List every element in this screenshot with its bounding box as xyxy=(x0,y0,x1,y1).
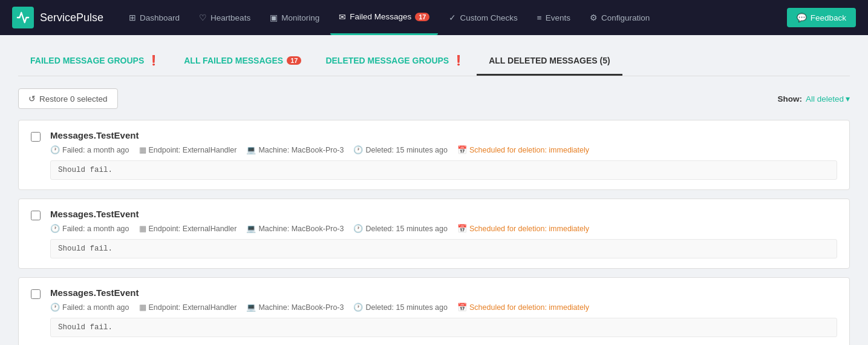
message-meta-2: 🕐 Failed: a month ago ▦ Endpoint: Extern… xyxy=(50,224,837,233)
nav-failed-messages[interactable]: ✉ Failed Messages 17 xyxy=(330,0,438,35)
filter-dropdown[interactable]: All deleted ▾ xyxy=(806,94,850,104)
chevron-down-icon: ▾ xyxy=(846,94,850,104)
tab-all-failed-badge: 17 xyxy=(287,56,301,65)
deleted-time-1: 🕐 Deleted: 15 minutes ago xyxy=(353,145,448,154)
endpoint-icon: ▦ xyxy=(139,303,146,312)
endpoint-1: ▦ Endpoint: ExternalHandler xyxy=(139,145,237,154)
message-meta-3: 🕐 Failed: a month ago ▦ Endpoint: Extern… xyxy=(50,303,837,312)
scheduled-1: 📅 Scheduled for deletion: immediately xyxy=(457,145,589,154)
delete-clock-icon: 🕐 xyxy=(353,145,363,154)
machine-3: 💻 Machine: MacBook-Pro-3 xyxy=(246,303,344,312)
message-title-1: Messages.TestEvent xyxy=(50,130,837,140)
endpoint-2: ▦ Endpoint: ExternalHandler xyxy=(139,224,237,233)
tab-all-failed-messages[interactable]: ALL FAILED MESSAGES 17 xyxy=(172,48,313,76)
error-box-3: Should fail. xyxy=(50,318,837,337)
message-checkbox-1[interactable] xyxy=(31,132,41,142)
nav-heartbeats[interactable]: ♡ Heartbeats xyxy=(191,0,259,35)
deleted-time-2: 🕐 Deleted: 15 minutes ago xyxy=(353,224,448,233)
nav-events[interactable]: ≡ Events xyxy=(529,0,579,35)
failed-time-1: 🕐 Failed: a month ago xyxy=(50,145,129,154)
tabs-row: FAILED MESSAGE GROUPS ❗ ALL FAILED MESSA… xyxy=(18,47,850,76)
calendar-icon: 📅 xyxy=(457,145,467,154)
tab-deleted-groups-exclaim: ❗ xyxy=(452,54,465,66)
message-checkbox-3[interactable] xyxy=(31,289,41,299)
tab-all-deleted-messages[interactable]: ALL DELETED MESSAGES (5) xyxy=(477,48,622,76)
endpoint-icon: ▦ xyxy=(139,224,146,233)
clock-icon: 🕐 xyxy=(50,303,60,312)
message-title-3: Messages.TestEvent xyxy=(50,288,837,298)
brand: ServicePulse xyxy=(12,7,103,28)
mail-icon: ✉ xyxy=(339,12,346,22)
machine-icon: 💻 xyxy=(246,145,256,154)
tab-failed-groups-exclaim: ❗ xyxy=(148,54,160,66)
main-content: FAILED MESSAGE GROUPS ❗ ALL FAILED MESSA… xyxy=(0,35,868,345)
monitor-icon: ▣ xyxy=(270,13,278,22)
machine-1: 💻 Machine: MacBook-Pro-3 xyxy=(246,145,344,154)
message-body-2: Messages.TestEvent 🕐 Failed: a month ago… xyxy=(50,209,837,258)
show-filter: Show: All deleted ▾ xyxy=(777,94,850,104)
nav-monitoring[interactable]: ▣ Monitoring xyxy=(261,0,328,35)
table-row: Messages.TestEvent 🕐 Failed: a month ago… xyxy=(18,277,850,345)
machine-icon: 💻 xyxy=(246,303,256,312)
tab-deleted-message-groups[interactable]: DELETED MESSAGE GROUPS ❗ xyxy=(313,47,477,76)
restore-icon: ↺ xyxy=(28,94,36,104)
endpoint-icon: ▦ xyxy=(139,145,146,154)
brand-icon xyxy=(12,7,34,28)
messages-list: Messages.TestEvent 🕐 Failed: a month ago… xyxy=(18,120,850,345)
message-title-2: Messages.TestEvent xyxy=(50,209,837,219)
delete-clock-icon: 🕐 xyxy=(353,303,363,312)
nav-custom-checks[interactable]: ✓ Custom Checks xyxy=(440,0,526,35)
failed-messages-badge: 17 xyxy=(415,13,429,21)
calendar-icon: 📅 xyxy=(457,224,467,233)
message-body-1: Messages.TestEvent 🕐 Failed: a month ago… xyxy=(50,130,837,180)
tab-failed-message-groups[interactable]: FAILED MESSAGE GROUPS ❗ xyxy=(18,47,172,76)
deleted-time-3: 🕐 Deleted: 15 minutes ago xyxy=(353,303,448,312)
heart-icon: ♡ xyxy=(199,13,207,22)
error-box-1: Should fail. xyxy=(50,160,837,180)
nav-configuration[interactable]: ⚙ Configuration xyxy=(581,0,658,35)
brand-name: ServicePulse xyxy=(40,12,103,24)
feedback-button[interactable]: 💬 Feedback xyxy=(787,8,856,27)
scheduled-3: 📅 Scheduled for deletion: immediately xyxy=(457,303,589,312)
scheduled-2: 📅 Scheduled for deletion: immediately xyxy=(457,224,589,233)
failed-time-2: 🕐 Failed: a month ago xyxy=(50,224,129,233)
grid-icon: ⊞ xyxy=(129,13,136,22)
toolbar-row: ↺ Restore 0 selected Show: All deleted ▾ xyxy=(18,88,850,109)
restore-button[interactable]: ↺ Restore 0 selected xyxy=(18,88,118,109)
endpoint-3: ▦ Endpoint: ExternalHandler xyxy=(139,303,237,312)
checkmark-icon: ✓ xyxy=(449,13,456,22)
navbar: ServicePulse ⊞ Dashboard ♡ Heartbeats ▣ … xyxy=(0,0,868,35)
machine-2: 💻 Machine: MacBook-Pro-3 xyxy=(246,224,344,233)
table-row: Messages.TestEvent 🕐 Failed: a month ago… xyxy=(18,120,850,190)
calendar-icon: 📅 xyxy=(457,303,467,312)
message-checkbox-2[interactable] xyxy=(31,211,41,220)
message-meta-1: 🕐 Failed: a month ago ▦ Endpoint: Extern… xyxy=(50,145,837,154)
nav-dashboard[interactable]: ⊞ Dashboard xyxy=(120,0,188,35)
message-body-3: Messages.TestEvent 🕐 Failed: a month ago… xyxy=(50,288,837,337)
gear-icon: ⚙ xyxy=(590,13,598,22)
chat-icon: 💬 xyxy=(797,13,807,22)
error-box-2: Should fail. xyxy=(50,239,837,258)
machine-icon: 💻 xyxy=(246,224,256,233)
clock-icon: 🕐 xyxy=(50,224,60,233)
list-icon: ≡ xyxy=(537,13,542,22)
table-row: Messages.TestEvent 🕐 Failed: a month ago… xyxy=(18,199,850,269)
failed-time-3: 🕐 Failed: a month ago xyxy=(50,303,129,312)
delete-clock-icon: 🕐 xyxy=(353,224,363,233)
clock-icon: 🕐 xyxy=(50,145,60,154)
